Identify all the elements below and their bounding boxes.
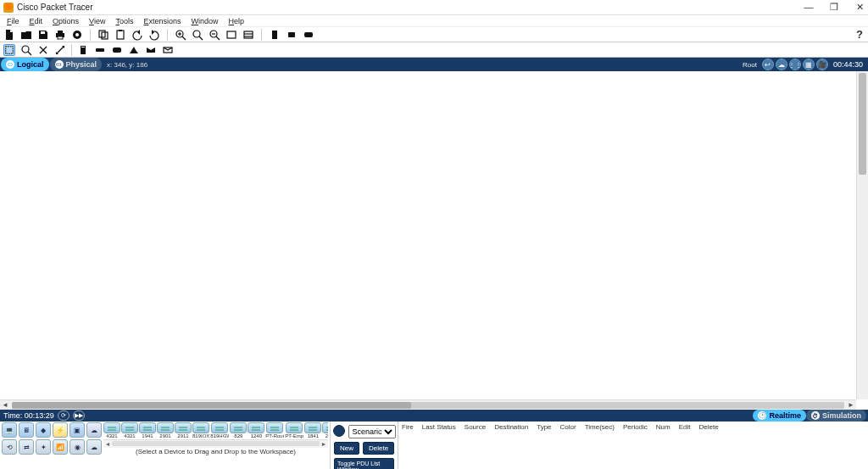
inspect-tool-icon[interactable] — [20, 44, 32, 56]
device-item[interactable]: 1841 — [304, 422, 321, 438]
device-item[interactable]: 829 — [230, 422, 247, 438]
zoom-out-icon[interactable] — [209, 29, 220, 41]
pdu-col-periodic[interactable]: Periodic — [623, 423, 648, 431]
move-object-icon[interactable]: ⋮⋮ — [789, 59, 801, 70]
hubs-subcat-icon[interactable]: ✦ — [36, 439, 51, 455]
switches-subcat-icon[interactable]: ⇄ — [19, 439, 34, 455]
viewport-icon[interactable]: 🎥 — [816, 59, 828, 70]
menu-extensions[interactable]: Extensions — [138, 17, 186, 25]
network-devices-category-icon[interactable]: 💻 — [2, 422, 17, 438]
device-item[interactable]: PT-Router — [265, 422, 284, 438]
resize-tool-icon[interactable] — [54, 44, 66, 56]
multiuser-category-icon[interactable]: ☁ — [86, 422, 102, 438]
draw-line-icon[interactable] — [94, 44, 106, 56]
complex-pdu-icon[interactable] — [162, 44, 174, 56]
device-item[interactable]: 819HGW — [210, 422, 229, 438]
misc-category-icon[interactable]: ▣ — [70, 422, 85, 438]
help-icon[interactable]: ? — [856, 28, 863, 41]
pdu-col-delete[interactable]: Delete — [699, 423, 719, 431]
pdu-col-type[interactable]: Type — [537, 423, 551, 431]
menu-options[interactable]: Options — [47, 17, 84, 25]
pdu-col-time[interactable]: Time(sec) — [585, 423, 615, 431]
redo-icon[interactable] — [148, 29, 160, 41]
device-list-scrollbar[interactable]: ◄► — [103, 439, 328, 448]
wan-subcat-icon[interactable]: ☁ — [86, 439, 102, 455]
pdu-col-color[interactable]: Color — [560, 423, 576, 431]
vertical-scrollbar[interactable] — [856, 71, 868, 399]
scenario-indicator-icon[interactable] — [333, 425, 345, 437]
cluster-icon[interactable]: ☁ — [776, 59, 787, 70]
delete-scenario-button[interactable]: Delete — [363, 442, 394, 455]
wireless-subcat-icon[interactable]: 📶 — [53, 439, 68, 455]
activity-wizard-icon[interactable] — [71, 29, 83, 41]
new-file-icon[interactable] — [3, 29, 15, 41]
fast-forward-icon[interactable]: ▶▶ — [73, 410, 85, 421]
physical-tab[interactable]: ▭ Physical — [50, 58, 103, 71]
toggle-pdu-list-button[interactable]: Toggle PDU List Window — [334, 458, 394, 469]
custom-devices-icon[interactable] — [242, 29, 254, 41]
device-item[interactable]: 1240 — [248, 422, 264, 438]
maximize-button[interactable]: ❐ — [829, 3, 839, 13]
logical-tab[interactable]: ⬭ Logical — [1, 58, 49, 71]
zoom-reset-icon[interactable] — [192, 29, 203, 41]
paste-icon[interactable] — [114, 29, 126, 41]
device-item[interactable]: PT-Empty — [285, 422, 303, 438]
device-item[interactable]: 2901 — [157, 422, 174, 438]
pdu-col-num[interactable]: Num — [656, 423, 670, 431]
draw-rectangle-icon[interactable] — [111, 44, 123, 56]
zoom-in-icon[interactable] — [175, 29, 186, 41]
device-item[interactable]: 4321 — [121, 422, 138, 438]
new-scenario-button[interactable]: New — [334, 442, 359, 455]
device-template-icon[interactable] — [269, 29, 281, 41]
pdu-col-destination[interactable]: Destination — [494, 423, 528, 431]
close-button[interactable]: ✕ — [854, 3, 865, 13]
router-device-icon — [175, 422, 192, 433]
place-note-icon[interactable] — [77, 44, 89, 56]
copy-icon[interactable] — [97, 29, 109, 41]
end-devices-category-icon[interactable]: 🖥 — [19, 422, 34, 438]
menu-view[interactable]: View — [84, 17, 110, 25]
root-label[interactable]: Root — [743, 61, 757, 69]
print-icon[interactable] — [54, 29, 66, 41]
horizontal-scrollbar[interactable]: ◄ ► — [0, 399, 856, 410]
pdu-col-edit[interactable]: Edit — [679, 423, 691, 431]
components-category-icon[interactable]: ◆ — [36, 422, 51, 438]
menu-file[interactable]: File — [2, 17, 25, 25]
menu-window[interactable]: Window — [186, 17, 224, 25]
minimize-button[interactable]: — — [804, 3, 814, 13]
delete-tool-icon[interactable] — [37, 44, 49, 56]
back-nav-icon[interactable]: ↩ — [762, 59, 774, 70]
menu-tools[interactable]: Tools — [110, 17, 138, 25]
workspace-canvas[interactable]: ◄ ► — [0, 71, 868, 410]
device-item[interactable]: 4321 — [103, 422, 120, 438]
sound-icon[interactable] — [286, 29, 298, 41]
draw-ellipse-icon[interactable] — [128, 44, 140, 56]
set-background-icon[interactable]: ▦ — [803, 59, 815, 70]
device-item[interactable]: 2911 — [175, 422, 192, 438]
menu-edit[interactable]: Edit — [25, 17, 48, 25]
scenario-select[interactable]: Scenario 0 — [348, 425, 396, 438]
save-file-icon[interactable] — [37, 29, 49, 41]
security-subcat-icon[interactable]: ◉ — [70, 439, 85, 455]
tile-icon[interactable] — [303, 29, 314, 41]
pdu-col-fire[interactable]: Fire — [402, 423, 414, 431]
scroll-right-icon[interactable]: ► — [846, 400, 856, 410]
open-file-icon[interactable] — [20, 29, 32, 41]
device-item[interactable]: 2620 — [322, 422, 328, 438]
simple-pdu-icon[interactable] — [145, 44, 157, 56]
power-cycle-icon[interactable]: ⟳ — [58, 410, 70, 421]
routers-subcat-icon[interactable]: ⟲ — [2, 439, 17, 455]
device-item[interactable]: 819IOX — [192, 422, 209, 438]
connections-category-icon[interactable]: ⚡ — [53, 422, 68, 438]
drawing-palette-icon[interactable] — [225, 29, 237, 41]
menu-help[interactable]: Help — [224, 17, 250, 25]
scroll-left-icon[interactable]: ◄ — [0, 400, 10, 410]
undo-icon[interactable] — [131, 29, 143, 41]
simulation-mode-button[interactable]: ⏱ Simulation — [806, 410, 866, 422]
realtime-mode-button[interactable]: 🕑 Realtime — [753, 410, 806, 422]
select-tool-icon[interactable] — [3, 44, 15, 56]
pdu-col-source[interactable]: Source — [465, 423, 486, 431]
router-device-icon — [121, 422, 138, 433]
device-item[interactable]: 1941 — [139, 422, 156, 438]
pdu-col-last-status[interactable]: Last Status — [422, 423, 456, 431]
